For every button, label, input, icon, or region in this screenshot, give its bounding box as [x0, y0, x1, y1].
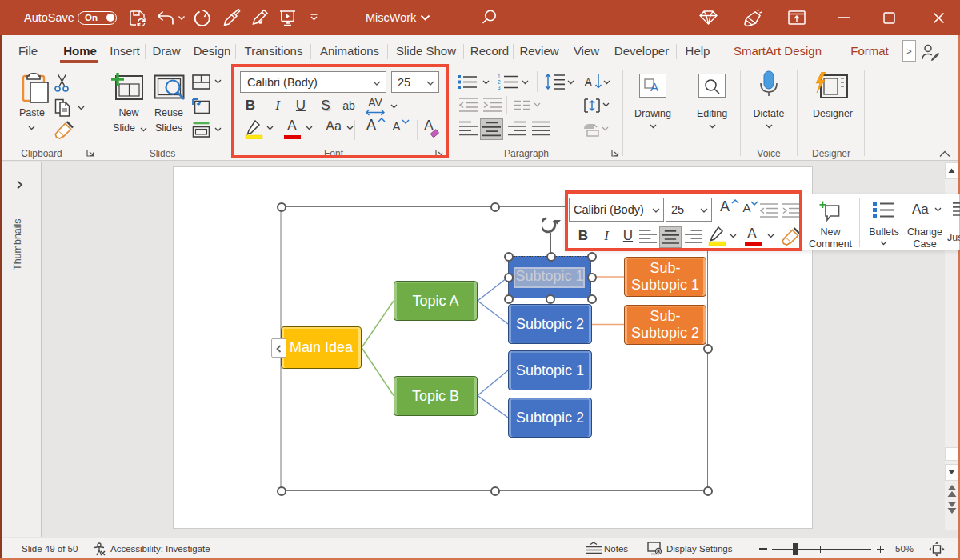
svg-text:3: 3: [498, 85, 501, 90]
svg-text:A: A: [650, 80, 658, 93]
svg-text:2: 2: [498, 79, 501, 85]
svg-text:A: A: [585, 76, 592, 88]
